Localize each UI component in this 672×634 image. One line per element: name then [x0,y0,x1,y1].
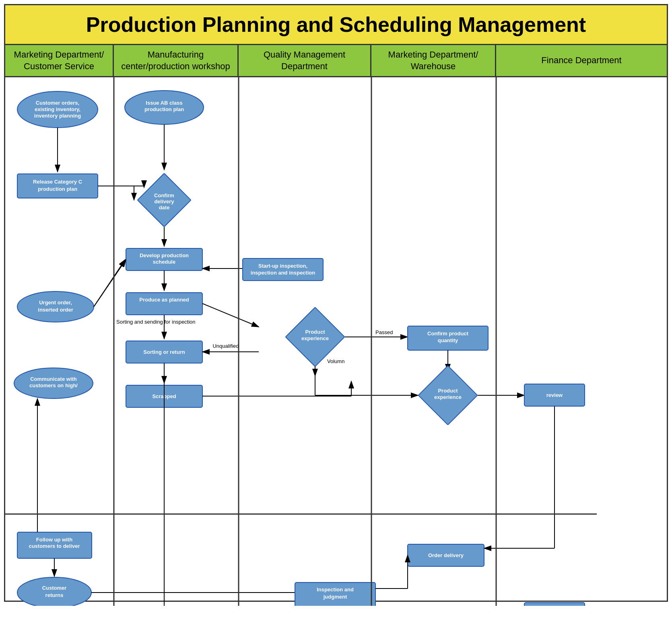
svg-text:Communicate with: Communicate with [30,376,77,382]
col-header-2: Manufacturing center/production workshop [114,45,239,76]
svg-text:Start-up inspection,: Start-up inspection, [258,263,307,269]
svg-line-102 [94,260,126,307]
svg-rect-77 [418,366,477,425]
svg-point-1 [17,91,98,128]
svg-text:Confirm product: Confirm product [427,330,468,337]
svg-text:delivery: delivery [154,198,174,204]
svg-text:Urgent order,: Urgent order, [39,299,72,306]
svg-rect-38 [126,293,202,315]
svg-text:inventory planning: inventory planning [34,113,81,119]
svg-text:Issue AB class: Issue AB class [146,100,182,106]
headers-row: Marketing Department/ Customer Service M… [5,45,667,77]
svg-rect-15 [17,532,92,558]
svg-text:returns: returns [45,592,64,598]
svg-text:Release Category C: Release Category C [33,179,82,185]
col-header-3: Quality Management Department [239,45,371,76]
page-wrapper: Production Planning and Scheduling Manag… [0,0,672,606]
svg-point-9 [17,291,94,322]
svg-text:Customer: Customer [42,585,67,591]
svg-rect-26 [138,173,191,227]
svg-rect-63 [285,308,344,367]
svg-text:date: date [159,204,170,211]
svg-rect-97 [524,603,585,606]
svg-text:Develop production: Develop production [140,252,189,258]
svg-rect-60 [243,258,323,281]
svg-text:Sorting and sending for inspec: Sorting and sending for inspection [116,319,196,325]
svg-text:review: review [546,392,563,398]
svg-text:schedule: schedule [153,259,175,265]
svg-text:judgment: judgment [323,594,347,600]
svg-text:experience: experience [434,394,462,400]
svg-text:Scrapped: Scrapped [152,393,176,399]
svg-rect-70 [295,582,375,606]
svg-rect-83 [408,544,484,566]
svg-text:inspection and inspection: inspection and inspection [251,270,315,276]
svg-text:Order delivery: Order delivery [428,552,464,558]
svg-line-42 [202,304,259,327]
svg-text:quantity: quantity [438,337,458,343]
svg-text:Unqualified: Unqualified [212,343,239,349]
svg-text:Passed: Passed [375,329,393,335]
svg-text:Volumn: Volumn [327,358,344,364]
svg-text:Sorting or return: Sorting or return [143,349,185,355]
content-row: Customer orders, existing inventory, inv… [5,77,667,601]
svg-text:Follow up with: Follow up with [36,537,72,543]
svg-rect-73 [408,326,488,350]
svg-text:Produce as planned: Produce as planned [139,297,189,303]
flowchart-svg: Customer orders, existing inventory, inv… [5,77,667,601]
svg-point-12 [14,368,93,399]
svg-text:inserted order: inserted order [38,307,73,313]
svg-point-19 [17,577,91,606]
svg-rect-49 [126,385,202,407]
svg-text:production plan: production plan [38,186,77,192]
svg-text:Customer orders,: Customer orders, [36,100,79,106]
svg-text:experience: experience [301,335,329,341]
col-header-1: Marketing Department/ Customer Service [5,45,114,76]
main-title: Production Planning and Scheduling Manag… [4,4,668,45]
svg-text:existing inventory,: existing inventory, [35,106,80,112]
col-header-5: Finance Department [496,45,667,76]
svg-rect-6 [17,174,98,198]
svg-text:Product: Product [305,329,325,335]
svg-line-40 [94,260,125,307]
svg-rect-33 [126,248,202,271]
flowchart-container: Marketing Department/ Customer Service M… [4,45,668,602]
svg-text:Confirm: Confirm [154,192,174,198]
svg-text:production plan: production plan [144,106,184,112]
svg-point-23 [125,91,204,124]
svg-text:customers to deliver: customers to deliver [29,543,80,549]
svg-rect-44 [126,341,202,363]
svg-text:customers on high/: customers on high/ [29,382,78,388]
svg-rect-95 [524,384,585,406]
svg-text:Inspection and: Inspection and [317,587,354,593]
col-header-4: Marketing Department/ Warehouse [371,45,496,76]
svg-text:Product: Product [438,388,458,394]
